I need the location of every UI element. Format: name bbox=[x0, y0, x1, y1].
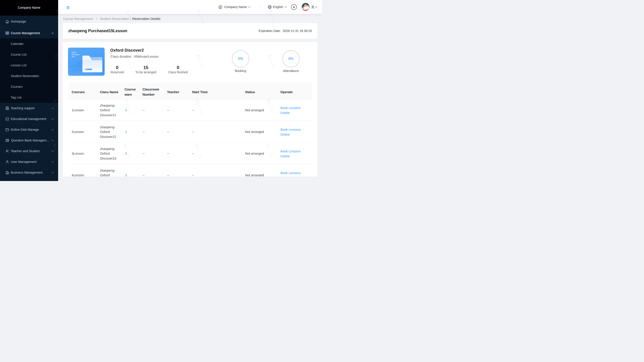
svg-text:¥: ¥ bbox=[293, 5, 295, 9]
